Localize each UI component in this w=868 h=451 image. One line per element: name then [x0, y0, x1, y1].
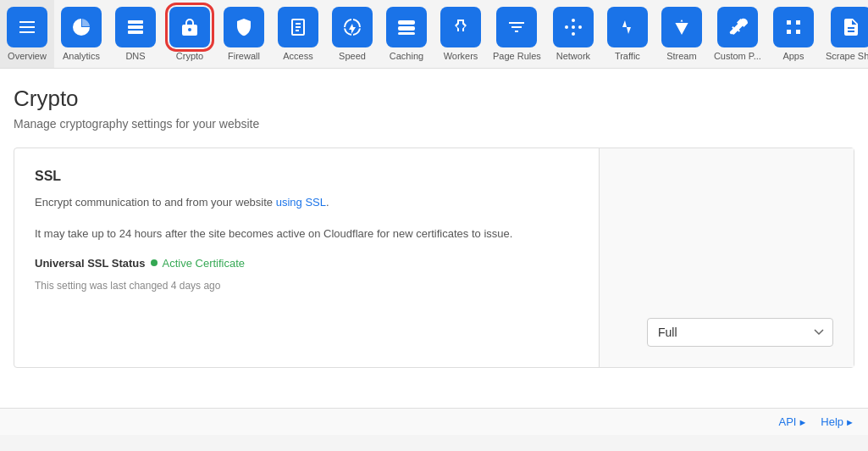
- nav-bar: Overview Analytics DNS Crypto Firewall A…: [0, 0, 868, 69]
- nav-item-caching[interactable]: Caching: [379, 0, 434, 68]
- page-content: Crypto Manage cryptography settings for …: [0, 69, 868, 408]
- ssl-last-changed: This setting was last changed 4 days ago: [35, 280, 578, 292]
- ssl-mode-dropdown[interactable]: Off Flexible Full Full (Strict): [647, 318, 833, 347]
- ssl-status-value: Active Certificate: [163, 257, 246, 270]
- apps-icon: [773, 7, 814, 47]
- help-label: Help: [821, 415, 843, 428]
- ssl-status-dot: [151, 259, 158, 266]
- filter-icon: [496, 7, 537, 47]
- nav-label-traffic: Traffic: [615, 51, 640, 61]
- pie-icon: [61, 7, 102, 47]
- ssl-status-label: Universal SSL Status: [35, 257, 146, 270]
- nav-label-custom-p: Custom P...: [714, 51, 761, 61]
- nav-item-access[interactable]: Access: [271, 0, 325, 68]
- nav-label-workers: Workers: [444, 51, 478, 61]
- ssl-card-left: SSL Encrypt communication to and from yo…: [14, 148, 600, 367]
- nav-label-overview: Overview: [8, 51, 47, 61]
- nav-item-apps[interactable]: Apps: [766, 0, 821, 68]
- help-link[interactable]: Help ►: [821, 415, 854, 428]
- nav-item-analytics[interactable]: Analytics: [54, 0, 108, 68]
- nav-item-page-rules[interactable]: Page Rules: [488, 0, 546, 68]
- nav-label-speed: Speed: [339, 51, 366, 61]
- api-link[interactable]: API ►: [779, 415, 808, 428]
- api-label: API: [779, 415, 797, 428]
- scrape-icon: [831, 7, 868, 47]
- nav-item-firewall[interactable]: Firewall: [217, 0, 271, 68]
- svg-point-8: [572, 25, 575, 29]
- nav-label-caching: Caching: [390, 51, 423, 61]
- workers-icon: [440, 7, 481, 47]
- book-icon: [278, 7, 318, 47]
- nav-label-access: Access: [283, 51, 312, 61]
- dns-icon: [115, 7, 156, 47]
- svg-point-3: [141, 21, 142, 23]
- nav-item-crypto[interactable]: Crypto: [163, 0, 217, 68]
- shield-icon: [224, 7, 264, 47]
- page-title: Crypto: [14, 86, 854, 112]
- nav-label-firewall: Firewall: [228, 51, 260, 61]
- ssl-card: SSL Encrypt communication to and from yo…: [14, 148, 854, 368]
- svg-rect-7: [398, 32, 415, 35]
- footer-bar: API ► Help ►: [0, 408, 868, 435]
- nav-item-dns[interactable]: DNS: [108, 0, 163, 68]
- speed-icon: [332, 7, 373, 47]
- caching-icon: [386, 7, 427, 47]
- nav-label-crypto: Crypto: [176, 51, 203, 61]
- svg-rect-6: [398, 26, 415, 31]
- ssl-description-2: It may take up to 24 hours after the sit…: [35, 226, 578, 243]
- ssl-section-title: SSL: [35, 169, 578, 184]
- nav-label-network: Network: [556, 51, 590, 61]
- nav-item-workers[interactable]: Workers: [434, 0, 488, 68]
- nav-item-speed[interactable]: Speed: [325, 0, 379, 68]
- svg-point-10: [572, 32, 575, 36]
- page-subtitle: Manage cryptography settings for your we…: [14, 117, 854, 131]
- ssl-link[interactable]: using SSL: [276, 196, 326, 209]
- ssl-description-1: Encrypt communication to and from your w…: [35, 194, 578, 212]
- nav-item-custom-p[interactable]: Custom P...: [709, 0, 766, 68]
- nav-item-overview[interactable]: Overview: [0, 0, 54, 68]
- help-arrow-icon: ►: [845, 417, 854, 427]
- svg-point-9: [572, 19, 575, 22]
- nav-label-apps: Apps: [782, 51, 804, 61]
- ssl-desc-period: .: [326, 196, 329, 209]
- lock-icon: [169, 7, 210, 47]
- nav-label-dns: DNS: [125, 51, 145, 61]
- svg-rect-5: [398, 20, 415, 25]
- nav-item-scrape-sh[interactable]: Scrape Sh...: [821, 0, 868, 68]
- nav-item-network[interactable]: Network: [546, 0, 600, 68]
- ssl-card-right: Off Flexible Full Full (Strict): [600, 148, 854, 367]
- nav-item-stream[interactable]: Stream: [655, 0, 709, 68]
- ssl-status-row: Universal SSL Status Active Certificate: [35, 257, 578, 270]
- traffic-icon: [607, 7, 648, 47]
- wrench-icon: [717, 7, 758, 47]
- network-icon: [553, 7, 594, 47]
- nav-label-stream: Stream: [666, 51, 696, 61]
- svg-point-4: [141, 26, 142, 28]
- stream-icon: [661, 7, 702, 47]
- svg-rect-2: [128, 31, 143, 34]
- api-arrow-icon: ►: [798, 417, 807, 427]
- svg-point-12: [578, 25, 582, 29]
- nav-item-traffic[interactable]: Traffic: [600, 0, 655, 68]
- svg-point-11: [565, 25, 568, 29]
- ssl-desc-text: Encrypt communication to and from your w…: [35, 196, 273, 209]
- nav-label-page-rules: Page Rules: [493, 51, 541, 61]
- nav-label-scrape-sh: Scrape Sh...: [826, 51, 868, 61]
- nav-label-analytics: Analytics: [63, 51, 100, 61]
- list-icon: [7, 7, 47, 47]
